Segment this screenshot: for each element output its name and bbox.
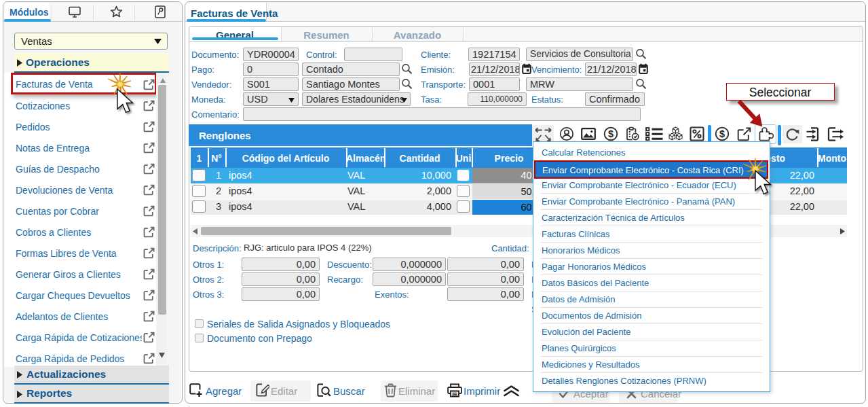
svg-text:$: $ (608, 128, 614, 139)
svg-text:$: $ (719, 128, 725, 139)
